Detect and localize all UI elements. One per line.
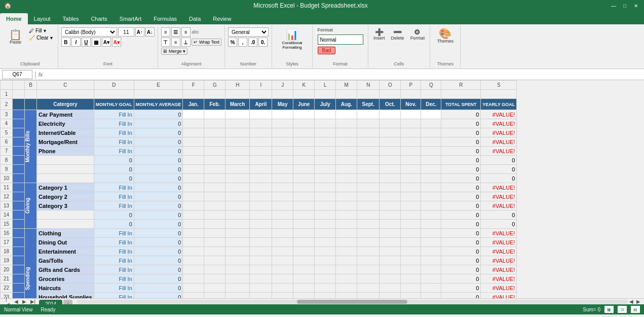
cell-14a[interactable] — [13, 210, 25, 220]
cell-entertainment-july[interactable] — [315, 247, 336, 256]
cell-15n[interactable] — [357, 220, 380, 229]
themes-button[interactable]: 🎨 Themes — [435, 27, 456, 45]
cell-internet-feb[interactable] — [204, 128, 225, 137]
cell-8g[interactable] — [204, 156, 225, 165]
align-mid-btn[interactable]: ≡ — [171, 38, 180, 47]
cell-cat2-total[interactable]: 0 — [441, 192, 481, 201]
cell-14s[interactable]: 0 — [481, 210, 517, 220]
bad-style-badge[interactable]: Bad — [318, 47, 336, 54]
cell-18a[interactable] — [13, 247, 25, 256]
cell-1f[interactable] — [183, 90, 204, 99]
cell-groceries-march[interactable] — [225, 274, 250, 284]
cell-cat1-jan[interactable] — [183, 183, 204, 192]
cell-groceries-jan[interactable] — [183, 274, 204, 284]
cell-9a[interactable] — [13, 165, 25, 174]
cell-10m[interactable] — [336, 174, 357, 183]
cell-gifts-yearly[interactable]: #VALUE! — [481, 265, 517, 274]
cell-phone-aug[interactable] — [336, 147, 357, 156]
cell-elec-yearly[interactable]: #VALUE! — [481, 119, 517, 128]
cell-3a[interactable] — [13, 110, 25, 119]
cell-groceries-total[interactable]: 0 — [441, 274, 481, 284]
cell-internet-march[interactable] — [225, 128, 250, 137]
tab-tables[interactable]: Tables — [57, 13, 85, 24]
cell-entertainment-total[interactable]: 0 — [441, 247, 481, 256]
cell-internet-sept[interactable] — [357, 128, 380, 137]
font-increase-btn[interactable]: A↑ — [135, 27, 144, 37]
cell-14h[interactable] — [225, 210, 250, 220]
cell-1g[interactable] — [204, 90, 225, 99]
cell-phone[interactable]: Phone — [37, 147, 94, 156]
cell-1k[interactable] — [293, 90, 315, 99]
cell-gifts-dec[interactable] — [421, 265, 441, 274]
minimize-btn[interactable]: — — [610, 2, 618, 10]
cell-dining-sept[interactable] — [357, 238, 380, 247]
cell-cat2-jan[interactable] — [183, 192, 204, 201]
cell-1p[interactable] — [401, 90, 421, 99]
cell-april-header[interactable]: April — [250, 99, 272, 110]
cell-mortgage-yearly[interactable]: #VALUE! — [481, 137, 517, 147]
add-sheet-btn[interactable]: + — [63, 300, 72, 305]
cell-cat1-march[interactable] — [225, 183, 250, 192]
cell-cat3-goal[interactable]: Fill In — [94, 201, 134, 210]
cell-entertainment-nov[interactable] — [401, 247, 421, 256]
cell-10o[interactable] — [380, 174, 401, 183]
cell-haircuts-nov[interactable] — [401, 284, 421, 293]
cell-15o[interactable] — [380, 220, 401, 229]
cell-clothing[interactable]: Clothing — [37, 229, 94, 238]
percent-btn[interactable]: % — [228, 38, 237, 47]
cell-haircuts-oct[interactable] — [380, 284, 401, 293]
scroll-thumb[interactable] — [297, 300, 407, 304]
cell-dining-oct[interactable] — [380, 238, 401, 247]
cell-10j[interactable] — [272, 174, 293, 183]
cell-gas-dec[interactable] — [421, 256, 441, 265]
cell-entertainment-may[interactable] — [272, 247, 293, 256]
font-name-select[interactable]: Calibri (Body) — [61, 27, 117, 37]
cell-10l[interactable] — [315, 174, 336, 183]
cell-car-aug[interactable] — [336, 110, 357, 119]
cell-entertainment-aug[interactable] — [336, 247, 357, 256]
cell-internet-april[interactable] — [250, 128, 272, 137]
cell-gas-march[interactable] — [225, 256, 250, 265]
cell-oct-header[interactable]: Oct. — [380, 99, 401, 110]
decrease-decimal-btn[interactable]: 0. — [258, 38, 268, 47]
cell-gifts-feb[interactable] — [204, 265, 225, 274]
cell-15f[interactable] — [183, 220, 204, 229]
cell-mortgage-aug[interactable] — [336, 137, 357, 147]
cell-household-total[interactable]: 0 — [441, 293, 481, 299]
cell-phone-july[interactable] — [315, 147, 336, 156]
cell-9h[interactable] — [225, 165, 250, 174]
cell-cat3-april[interactable] — [250, 201, 272, 210]
cell-haircuts-march[interactable] — [225, 284, 250, 293]
bold-button[interactable]: B — [61, 38, 70, 47]
cell-cat3-aug[interactable] — [336, 201, 357, 210]
cell-gifts-may[interactable] — [272, 265, 293, 274]
cell-14f[interactable] — [183, 210, 204, 220]
nav-last-btn[interactable]: ▶| — [29, 298, 37, 304]
cell-gas-sept[interactable] — [357, 256, 380, 265]
cell-groceries-aug[interactable] — [336, 274, 357, 284]
cell-14i[interactable] — [250, 210, 272, 220]
cell-17a[interactable] — [13, 238, 25, 247]
cell-cat1-total[interactable]: 0 — [441, 183, 481, 192]
cell-elec-goal[interactable]: Fill In — [94, 119, 134, 128]
cell-cat3-jan[interactable] — [183, 201, 204, 210]
cell-may-header[interactable]: May — [272, 99, 293, 110]
underline-button[interactable]: U — [82, 38, 91, 47]
cell-elec-march[interactable] — [225, 119, 250, 128]
cell-9n[interactable] — [357, 165, 380, 174]
cell-household-may[interactable] — [272, 293, 293, 299]
cell-household-june[interactable] — [293, 293, 315, 299]
tab-charts[interactable]: Charts — [85, 13, 113, 24]
cell-mortgage[interactable]: Mortgage/Rent — [37, 137, 94, 147]
cell-8r[interactable]: 0 — [441, 156, 481, 165]
cell-15l[interactable] — [315, 220, 336, 229]
cell-1a[interactable] — [13, 90, 25, 99]
cell-dec-header[interactable]: Dec. — [421, 99, 441, 110]
cell-household-july[interactable] — [315, 293, 336, 299]
cell-gifts[interactable]: Gifts and Cards — [37, 265, 94, 274]
cell-mortgage-march[interactable] — [225, 137, 250, 147]
cell-car-feb[interactable] — [204, 110, 225, 119]
cell-cat3-july[interactable] — [315, 201, 336, 210]
formula-input[interactable] — [45, 70, 642, 79]
cell-groceries-june[interactable] — [293, 274, 315, 284]
